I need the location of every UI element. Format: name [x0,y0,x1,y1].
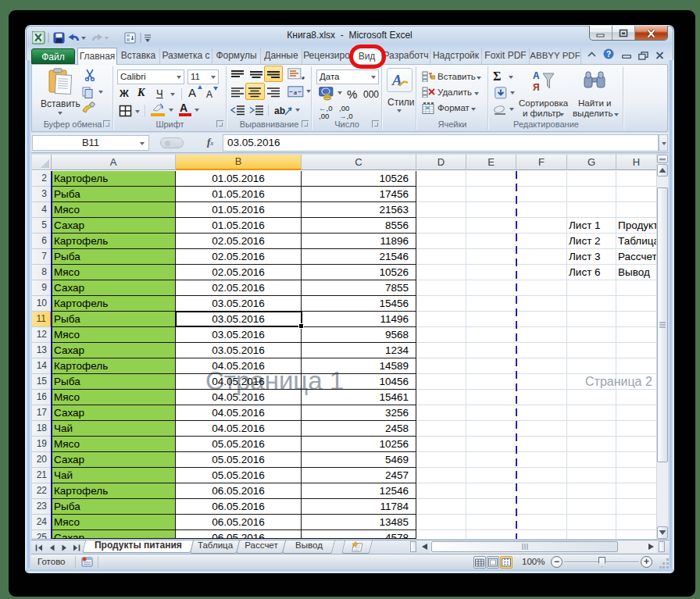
svg-text:?: ? [606,50,611,59]
svg-text:a: a [294,88,297,96]
svg-text:ab: ab [274,105,285,116]
svg-text:А: А [533,70,540,81]
svg-text:Я: Я [533,82,540,93]
